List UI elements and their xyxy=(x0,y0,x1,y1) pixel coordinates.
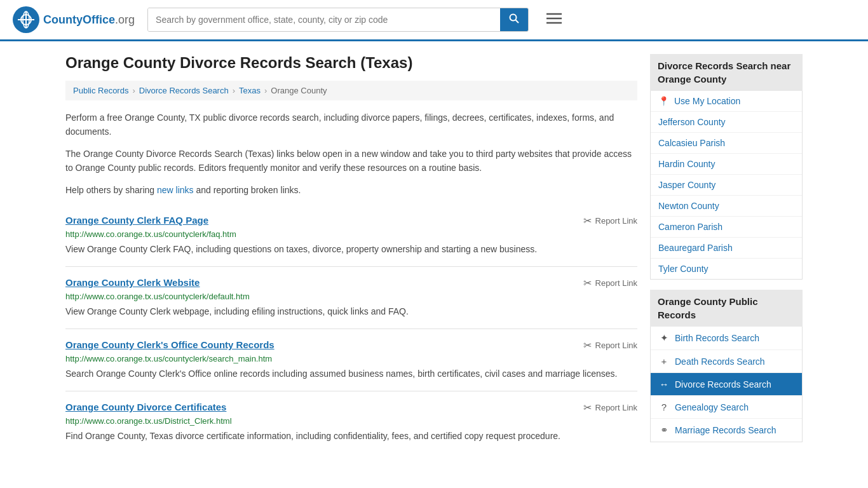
report-link-0[interactable]: ✂ Report Link xyxy=(583,215,637,227)
nearby-list-item: Cameron Parish xyxy=(651,217,802,238)
result-desc-0: View Orange County Clerk FAQ, including … xyxy=(65,243,637,256)
logo-icon xyxy=(13,6,39,33)
pr-icon-0: ✦ xyxy=(658,332,670,344)
nearby-county-link[interactable]: Tyler County xyxy=(651,259,802,279)
result-title-0[interactable]: Orange County Clerk FAQ Page xyxy=(65,215,208,226)
breadcrumb-sep-2: › xyxy=(233,86,235,95)
nearby-county-link[interactable]: Hardin County xyxy=(651,154,802,174)
nearby-list-item: Beauregard Parish xyxy=(651,238,802,259)
public-record-link-3[interactable]: ? Genealogy Search xyxy=(651,396,802,418)
public-record-link-4[interactable]: ⚭ Marriage Records Search xyxy=(651,419,802,442)
breadcrumb: Public Records › Divorce Records Search … xyxy=(65,81,637,100)
site-header: CountyOffice.org xyxy=(0,0,868,41)
public-record-link-1[interactable]: + Death Records Search xyxy=(651,350,802,372)
report-link-2[interactable]: ✂ Report Link xyxy=(583,339,637,351)
nearby-list-item: Jefferson County xyxy=(651,112,802,133)
result-title-1[interactable]: Orange County Clerk Website xyxy=(65,277,200,288)
public-record-list-item: + Death Records Search xyxy=(651,350,802,373)
use-my-location[interactable]: 📍 Use My Location xyxy=(651,91,802,111)
breadcrumb-sep-1: › xyxy=(132,86,135,95)
pin-icon: 📍 xyxy=(658,96,669,106)
nearby-county-link[interactable]: Cameron Parish xyxy=(651,217,802,237)
results-list: Orange County Clerk FAQ Page ✂ Report Li… xyxy=(65,205,637,453)
public-record-list-item: ? Genealogy Search xyxy=(651,396,802,419)
result-title-3[interactable]: Orange County Divorce Certificates xyxy=(65,402,226,412)
result-card: Orange County Clerk's Office County Reco… xyxy=(65,329,637,391)
nearby-list-item: Jasper County xyxy=(651,175,802,196)
result-card: Orange County Divorce Certificates ✂ Rep… xyxy=(65,391,637,453)
svg-point-5 xyxy=(510,15,517,21)
result-desc-1: View Orange County Clerk webpage, includ… xyxy=(65,305,637,318)
result-card: Orange County Clerk FAQ Page ✂ Report Li… xyxy=(65,205,637,267)
new-links-link[interactable]: new links xyxy=(157,185,194,195)
pr-icon-3: ? xyxy=(658,402,670,412)
site-logo[interactable]: CountyOffice.org xyxy=(13,6,135,33)
nearby-list: 📍 Use My Location Jefferson CountyCalcas… xyxy=(650,91,803,280)
nearby-county-link[interactable]: Newton County xyxy=(651,196,802,216)
public-record-link-0[interactable]: ✦ Birth Records Search xyxy=(651,327,802,349)
breadcrumb-public-records[interactable]: Public Records xyxy=(73,86,128,95)
nearby-list-item: Calcasieu Parish xyxy=(651,133,802,154)
nearby-list-item: 📍 Use My Location xyxy=(651,91,802,112)
main-container: Orange County Divorce Records Search (Te… xyxy=(53,41,815,466)
public-record-list-item: ⚭ Marriage Records Search xyxy=(651,419,802,442)
description-para1: Perform a free Orange County, TX public … xyxy=(65,111,637,139)
result-url-0[interactable]: http://www.co.orange.tx.us/countyclerk/f… xyxy=(65,229,637,239)
breadcrumb-texas[interactable]: Texas xyxy=(239,86,261,95)
description-para3: Help others by sharing new links and rep… xyxy=(65,183,637,197)
nearby-section-title: Divorce Records Search near Orange Count… xyxy=(650,54,803,91)
pr-icon-1: + xyxy=(658,356,670,367)
result-card: Orange County Clerk Website ✂ Report Lin… xyxy=(65,267,637,329)
result-url-1[interactable]: http://www.co.orange.tx.us/countyclerk/d… xyxy=(65,292,637,301)
result-desc-2: Search Orange County Clerk's Office onli… xyxy=(65,367,637,381)
report-icon-2: ✂ xyxy=(583,339,592,351)
pr-icon-2: ↔ xyxy=(658,379,670,390)
result-header: Orange County Divorce Certificates ✂ Rep… xyxy=(65,402,637,414)
report-icon-0: ✂ xyxy=(583,215,592,227)
public-records-section: Orange County Public Records ✦ Birth Rec… xyxy=(650,290,803,442)
public-record-link-2[interactable]: ↔ Divorce Records Search xyxy=(651,373,802,395)
nearby-list-item: Hardin County xyxy=(651,154,802,175)
public-record-list-item: ↔ Divorce Records Search xyxy=(651,373,802,396)
pr-icon-4: ⚭ xyxy=(658,424,670,436)
report-link-3[interactable]: ✂ Report Link xyxy=(583,402,637,414)
nearby-county-link[interactable]: Calcasieu Parish xyxy=(651,133,802,153)
svg-line-6 xyxy=(516,20,519,24)
result-title-2[interactable]: Orange County Clerk's Office County Reco… xyxy=(65,339,275,350)
result-url-3[interactable]: http://www.co.orange.tx.us/District_Cler… xyxy=(65,416,637,426)
description-para2: The Orange County Divorce Records Search… xyxy=(65,147,637,175)
nearby-section: Divorce Records Search near Orange Count… xyxy=(650,54,803,280)
nearby-list-item: Tyler County xyxy=(651,259,802,279)
search-button[interactable] xyxy=(500,8,528,31)
result-desc-3: Find Orange County, Texas divorce certif… xyxy=(65,430,637,443)
nearby-list-item: Newton County xyxy=(651,196,802,217)
result-url-2[interactable]: http://www.co.orange.tx.us/countyclerk/s… xyxy=(65,354,637,363)
menu-button[interactable] xyxy=(541,9,567,30)
page-title: Orange County Divorce Records Search (Te… xyxy=(65,54,637,72)
nearby-county-link[interactable]: Beauregard Parish xyxy=(651,238,802,258)
logo-text: CountyOffice.org xyxy=(43,13,135,27)
breadcrumb-sep-3: › xyxy=(264,86,267,95)
breadcrumb-divorce-records[interactable]: Divorce Records Search xyxy=(139,86,229,95)
search-input[interactable] xyxy=(148,8,500,31)
public-records-list: ✦ Birth Records Search + Death Records S… xyxy=(650,327,803,442)
nearby-county-link[interactable]: Jefferson County xyxy=(651,112,802,132)
search-bar xyxy=(147,8,529,32)
public-records-title: Orange County Public Records xyxy=(650,290,803,327)
result-header: Orange County Clerk Website ✂ Report Lin… xyxy=(65,277,637,289)
report-link-1[interactable]: ✂ Report Link xyxy=(583,277,637,289)
result-header: Orange County Clerk FAQ Page ✂ Report Li… xyxy=(65,215,637,227)
public-record-list-item: ✦ Birth Records Search xyxy=(651,327,802,350)
nearby-county-link[interactable]: Jasper County xyxy=(651,175,802,195)
report-icon-3: ✂ xyxy=(583,402,592,414)
result-header: Orange County Clerk's Office County Reco… xyxy=(65,339,637,351)
content-area: Orange County Divorce Records Search (Te… xyxy=(65,54,637,453)
sidebar: Divorce Records Search near Orange Count… xyxy=(650,54,803,453)
breadcrumb-current: Orange County xyxy=(271,86,327,95)
report-icon-1: ✂ xyxy=(583,277,592,289)
